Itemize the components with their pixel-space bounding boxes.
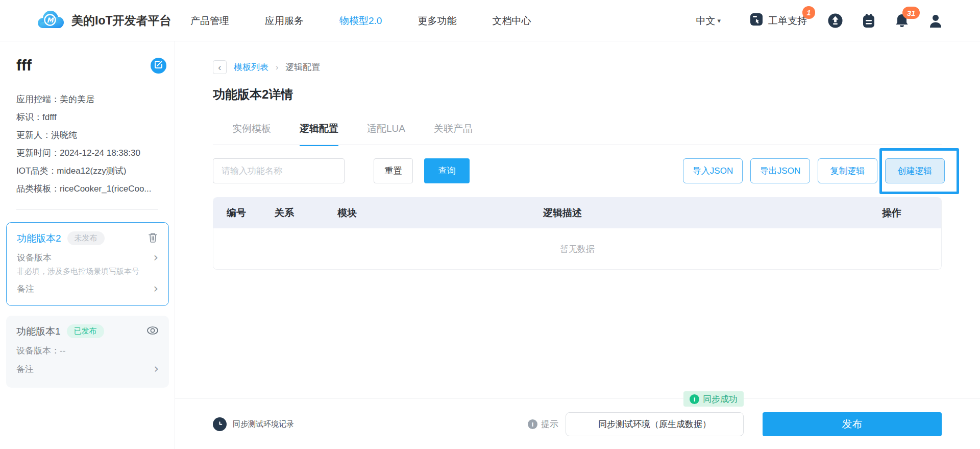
- tab-instance-template[interactable]: 实例模板: [232, 122, 271, 146]
- meta-updated-at: 更新时间：2024-12-24 18:38:30: [16, 144, 152, 162]
- info-icon: i: [528, 419, 537, 429]
- midea-cloud-logo-icon: M: [37, 9, 65, 33]
- notes-button[interactable]: [862, 13, 876, 29]
- version-name: 功能版本2: [17, 232, 61, 245]
- reset-button[interactable]: 重置: [374, 158, 413, 183]
- support-label: 工单支持: [768, 14, 807, 28]
- chevron-left-icon: ‹: [218, 62, 221, 73]
- edit-template-button[interactable]: [151, 58, 166, 74]
- breadcrumb: ‹ 模板列表 › 逻辑配置: [213, 60, 320, 74]
- support-badge: 1: [802, 6, 815, 19]
- upload-button[interactable]: [827, 13, 843, 29]
- col-logic-desc: 逻辑描述: [543, 206, 882, 220]
- tab-logic-config[interactable]: 逻辑配置: [300, 122, 338, 146]
- status-badge-published: 已发布: [67, 324, 104, 338]
- col-module: 模块: [337, 206, 543, 220]
- col-actions: 操作: [882, 206, 928, 220]
- query-button[interactable]: 查询: [424, 158, 470, 183]
- chevron-right-icon: ›: [153, 285, 158, 293]
- page-title: 功能版本2详情: [213, 86, 293, 103]
- user-avatar[interactable]: [928, 13, 943, 29]
- chevron-right-icon: ›: [153, 253, 158, 262]
- publish-button[interactable]: 发布: [763, 412, 942, 436]
- controls-row: 重置 查询 导入JSON 导出JSON 复制逻辑 创建逻辑: [213, 158, 945, 183]
- tip-label: 提示: [541, 418, 558, 430]
- nav-right: 中文 ▾ 工单支持 1: [696, 0, 943, 41]
- export-json-button[interactable]: 导出JSON: [750, 158, 810, 183]
- meta-app-terminal: 应用控端：美的美居: [16, 90, 152, 108]
- logic-table: 编号 关系 模块 逻辑描述 操作 暂无数据: [213, 197, 942, 270]
- caret-down-icon: ▾: [717, 17, 721, 25]
- chevron-right-icon: ›: [154, 365, 159, 373]
- tab-related-products[interactable]: 关联产品: [434, 122, 473, 146]
- breadcrumb-separator-icon: ›: [276, 63, 278, 72]
- back-button[interactable]: ‹: [213, 60, 227, 74]
- note-row[interactable]: 备注 ›: [16, 363, 159, 375]
- delete-version-button[interactable]: [148, 232, 158, 245]
- device-version-hint: 非必填，涉及多电控场景填写版本号: [17, 267, 158, 276]
- nav-item-more[interactable]: 更多功能: [418, 14, 456, 28]
- work-order-icon: [749, 12, 764, 29]
- sync-history-label: 同步测试环境记录: [233, 419, 294, 429]
- function-name-input[interactable]: [213, 158, 345, 183]
- brand-title: 美的IoT开发者平台: [71, 13, 172, 29]
- bottom-bar: 同步测试环境记录 i 提示 同步测试环境（原生成数据） 发布 i 同步成功: [175, 398, 980, 449]
- device-version-row: 设备版本：--: [16, 345, 159, 357]
- create-logic-button[interactable]: 创建逻辑: [885, 158, 945, 183]
- meta-identifier: 标识：fdfff: [16, 108, 152, 126]
- breadcrumb-current: 逻辑配置: [285, 61, 320, 73]
- template-meta: 应用控端：美的美居 标识：fdfff 更新人：洪晓纯 更新时间：2024-12-…: [16, 90, 152, 198]
- tip-hint: i 提示: [528, 418, 558, 430]
- status-badge-unpublished: 未发布: [67, 231, 105, 245]
- sync-success-toast: i 同步成功: [683, 391, 744, 407]
- sync-test-env-button[interactable]: 同步测试环境（原生成数据）: [566, 412, 744, 436]
- device-version-value: 设备版本：--: [16, 345, 65, 357]
- template-name: fff: [16, 57, 32, 74]
- ticket-support-button[interactable]: 工单支持 1: [749, 12, 807, 29]
- copy-logic-button[interactable]: 复制逻辑: [818, 158, 877, 183]
- tabs-divider: [213, 145, 942, 145]
- main-content: ‹ 模板列表 › 逻辑配置 功能版本2详情 实例模板 逻辑配置 适配LUA 关联…: [175, 41, 980, 398]
- nav-item-thing-model[interactable]: 物模型2.0: [339, 14, 382, 28]
- device-version-label: 设备版本: [17, 252, 52, 264]
- edit-pencil-icon: [154, 60, 163, 71]
- sidebar-divider: [16, 209, 158, 210]
- col-number: 编号: [227, 206, 275, 220]
- nav-item-app-service[interactable]: 应用服务: [265, 14, 304, 28]
- notifications-button[interactable]: 31: [894, 13, 910, 29]
- tab-adapt-lua[interactable]: 适配LUA: [367, 122, 405, 146]
- language-label: 中文: [696, 14, 715, 28]
- meta-category-template: 品类模板：riceCooker_1(riceCoo...: [16, 180, 152, 198]
- language-switcher[interactable]: 中文 ▾: [696, 14, 721, 28]
- version-card-2[interactable]: 功能版本2 未发布 设备版本 › 非必填，涉及多电控场景填写版本号 备注 ›: [6, 222, 169, 306]
- note-label: 备注: [17, 283, 34, 295]
- meta-iot-category: IOT品类：midea12(zzy测试): [16, 162, 152, 180]
- version-name: 功能版本1: [16, 325, 61, 338]
- toast-text: 同步成功: [703, 393, 738, 405]
- nav-item-docs[interactable]: 文档中心: [492, 14, 531, 28]
- nav-item-product[interactable]: 产品管理: [190, 14, 229, 28]
- note-row[interactable]: 备注 ›: [17, 283, 158, 295]
- svg-text:M: M: [47, 16, 55, 24]
- note-label: 备注: [16, 363, 34, 375]
- device-version-row[interactable]: 设备版本 ›: [17, 252, 158, 264]
- top-navbar: M 美的IoT开发者平台 产品管理 应用服务 物模型2.0 更多功能 文档中心 …: [0, 0, 980, 41]
- meta-updated-by: 更新人：洪晓纯: [16, 126, 152, 144]
- notifications-badge: 31: [902, 7, 920, 19]
- col-relation: 关系: [275, 206, 337, 220]
- table-header: 编号 关系 模块 逻辑描述 操作: [213, 197, 941, 228]
- left-sidebar: fff 应用控端：美的美居 标识：fdfff 更新人：洪晓纯 更新时间：2024…: [0, 41, 175, 449]
- success-info-icon: i: [690, 394, 699, 404]
- tab-bar: 实例模板 逻辑配置 适配LUA 关联产品: [232, 122, 473, 146]
- sync-history-link[interactable]: 同步测试环境记录: [213, 398, 294, 449]
- brand[interactable]: M 美的IoT开发者平台: [37, 0, 172, 41]
- import-json-button[interactable]: 导入JSON: [683, 158, 743, 183]
- nav-menu: 产品管理 应用服务 物模型2.0 更多功能 文档中心: [190, 0, 531, 41]
- breadcrumb-template-list[interactable]: 模板列表: [234, 61, 268, 73]
- table-empty-state: 暂无数据: [213, 228, 941, 269]
- action-buttons: 导入JSON 导出JSON 复制逻辑 创建逻辑: [683, 158, 945, 183]
- version-card-1[interactable]: 功能版本1 已发布 设备版本：-- 备注 ›: [6, 316, 169, 388]
- view-version-button[interactable]: [146, 326, 159, 337]
- history-clock-icon: [213, 417, 227, 431]
